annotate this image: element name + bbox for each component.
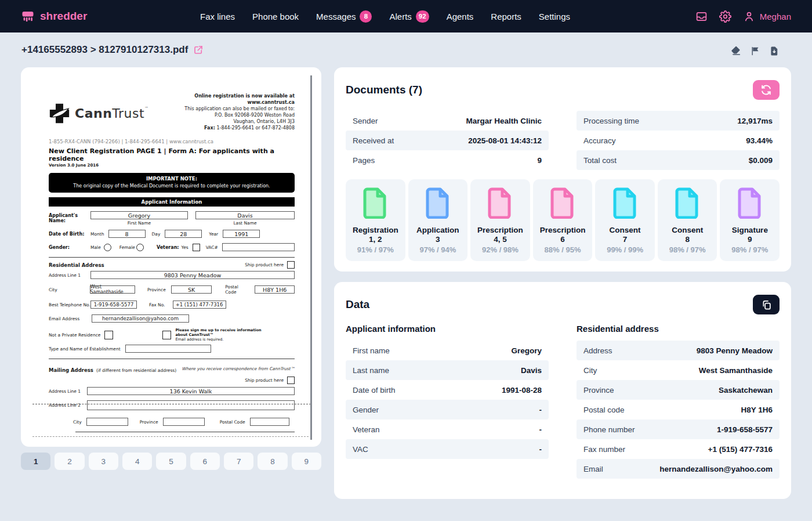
- external-link-icon[interactable]: [193, 45, 204, 55]
- document-pages: 7: [623, 235, 628, 244]
- document-scores: 97% / 94%: [419, 245, 456, 254]
- mailing-heading: Mailing Address: [49, 367, 93, 373]
- page-button[interactable]: 2: [55, 453, 84, 470]
- flag-icon[interactable]: [750, 46, 760, 56]
- document-pages: 8: [685, 235, 690, 244]
- page-button[interactable]: 3: [89, 453, 118, 470]
- page-button[interactable]: 8: [258, 453, 287, 470]
- file-icon: [425, 187, 451, 221]
- data-row: Last name Davis: [346, 360, 549, 380]
- pdf-important-note: IMPORTANT NOTE: The original copy of the…: [49, 173, 295, 193]
- data-title: Data: [346, 298, 369, 311]
- cross-leaf-icon: [49, 103, 70, 124]
- inbox-tray-icon[interactable]: [695, 10, 708, 23]
- dob-day-box: 28: [165, 230, 202, 238]
- mail-city-box: [86, 418, 128, 426]
- file-icon: [487, 187, 513, 221]
- dob-year-box: 1991: [223, 230, 260, 238]
- reprocess-button[interactable]: [753, 80, 780, 100]
- document-type: Consent: [610, 226, 641, 234]
- not-private-checkbox: [104, 331, 113, 339]
- data-row: Phone number 1-919-658-5577: [577, 419, 780, 439]
- residential-heading: Residential Address: [49, 262, 104, 268]
- info-row: Pages 9: [346, 150, 549, 170]
- document-cards: Registration 1, 2 91% / 97% Application …: [346, 179, 780, 261]
- data-row: Fax number +1 (515) 477-7316: [577, 439, 780, 459]
- document-card[interactable]: Prescription 6 88% / 95%: [533, 179, 593, 261]
- page-selector: 123456789: [21, 453, 321, 470]
- nav-item-label: Fax lines: [200, 12, 235, 21]
- info-row: Received at 2025-08-01 14:43:12: [346, 131, 549, 150]
- nav-item[interactable]: Fax lines: [200, 12, 235, 21]
- data-row: First name Gregory: [346, 341, 549, 360]
- page-button[interactable]: 9: [292, 453, 321, 470]
- page-button[interactable]: 1: [21, 453, 50, 470]
- document-scores: 98% / 97%: [731, 245, 768, 254]
- document-card[interactable]: Prescription 4, 5 92% / 98%: [470, 179, 530, 261]
- user-menu[interactable]: Meghan: [743, 10, 791, 23]
- applicant-info-column: Applicant information First name Gregory…: [346, 324, 549, 459]
- page-button[interactable]: 7: [224, 453, 253, 470]
- document-card[interactable]: Application 3 97% / 94%: [408, 179, 468, 261]
- ship-checkbox: [287, 261, 295, 269]
- nav-item-label: Reports: [491, 12, 521, 21]
- data-row: Postal code H8Y 1H6: [577, 400, 780, 419]
- eraser-icon[interactable]: [730, 45, 741, 56]
- document-scores: 88% / 95%: [545, 245, 581, 254]
- pdf-phone-line: 1-855-RX4-CANN (794-2266) | 1-844-295-66…: [49, 139, 295, 144]
- applicant-name-label: Applicant's Name:: [49, 211, 90, 223]
- document-type: Prescription: [540, 226, 586, 234]
- brand-name: shredder: [40, 10, 87, 23]
- file-icon: [612, 187, 638, 221]
- applicant-info-heading: Applicant information: [346, 324, 549, 334]
- nav-item-label: Phone book: [252, 12, 299, 21]
- nav-item-label: Alerts: [389, 12, 411, 21]
- male-radio: [104, 244, 111, 251]
- canntrust-wordmark: CannTrust™: [75, 106, 149, 121]
- page-button[interactable]: 6: [190, 453, 220, 470]
- fax-info-right: Processing time 12,917ms Accuracy 93.44%…: [577, 111, 780, 170]
- fax-info-left: Sender Margar Health Clinic Received at …: [346, 111, 549, 170]
- info-row: Accuracy 93.44%: [577, 131, 780, 150]
- nav-item[interactable]: Phone book: [252, 12, 299, 21]
- data-row: Province Saskatchewan: [577, 380, 780, 400]
- document-card[interactable]: Consent 7 99% / 99%: [595, 179, 655, 261]
- nav-item[interactable]: Settings: [539, 12, 570, 21]
- res-postal-box: H8Y 1H6: [255, 285, 295, 294]
- nav-item-label: Messages: [316, 12, 356, 21]
- document-pages: 3: [436, 235, 440, 244]
- page-button[interactable]: 5: [156, 453, 186, 470]
- residential-address-column: Residential address Address 9803 Penny M…: [577, 324, 780, 479]
- data-row: VAC -: [346, 439, 549, 459]
- page-button[interactable]: 4: [122, 453, 152, 470]
- dob-month-box: 8: [108, 230, 146, 238]
- document-scores: 91% / 97%: [357, 245, 394, 254]
- mail-address2-box: [87, 400, 295, 410]
- data-row: Veteran -: [346, 419, 549, 439]
- document-card[interactable]: Consent 8 98% / 97%: [658, 179, 717, 261]
- file-icon: [550, 187, 575, 221]
- nav-item[interactable]: Messages 8: [316, 10, 372, 23]
- nav-item[interactable]: Agents: [447, 12, 474, 21]
- nav-item-badge: 92: [416, 10, 429, 23]
- document-type: Prescription: [477, 226, 523, 234]
- document-pages: 9: [748, 235, 752, 244]
- file-icon: [737, 187, 763, 221]
- signup-checkbox: [162, 331, 171, 339]
- nav-item[interactable]: Alerts 92: [389, 10, 429, 23]
- establishment-box: [125, 345, 211, 353]
- copy-data-button[interactable]: [753, 295, 780, 314]
- document-card[interactable]: Signature 9 98% / 97%: [720, 179, 780, 261]
- nav-item[interactable]: Reports: [491, 12, 521, 21]
- document-card[interactable]: Registration 1, 2 91% / 97%: [346, 179, 405, 261]
- gender-label: Gender:: [49, 245, 90, 250]
- download-file-icon[interactable]: [769, 46, 780, 56]
- documents-panel: Documents (7) Sender Margar Health Clini…: [334, 67, 791, 272]
- document-type: Consent: [672, 226, 703, 234]
- copy-icon: [761, 299, 772, 310]
- gear-icon[interactable]: [719, 10, 731, 23]
- res-phone-box: 1-919-658-5577: [90, 301, 137, 309]
- nav-menu: Fax lines Phone book Messages 8 Alerts 9…: [200, 10, 570, 23]
- data-row: City West Samanthaside: [577, 360, 780, 380]
- brand-logo[interactable]: shredder: [21, 9, 87, 23]
